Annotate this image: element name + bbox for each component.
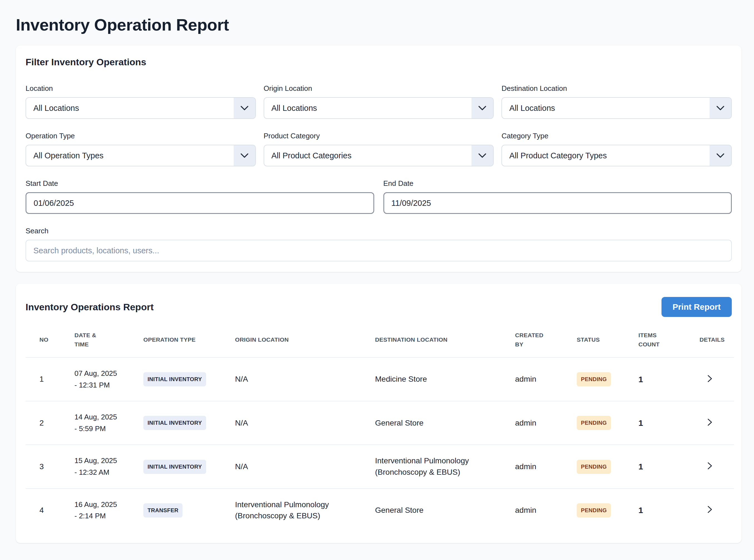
status-badge: PENDING bbox=[577, 372, 611, 386]
search-input[interactable] bbox=[25, 240, 732, 261]
row-number: 3 bbox=[25, 445, 70, 488]
row-details bbox=[695, 358, 734, 401]
report-card: Inventory Operations Report Print Report… bbox=[16, 284, 741, 543]
operation-type-badge: INITIAL INVENTORY bbox=[143, 372, 206, 386]
column-header-date-time: DATE & TIME bbox=[70, 324, 139, 358]
row-items-count: 1 bbox=[634, 358, 695, 401]
row-details-button[interactable] bbox=[706, 416, 714, 429]
operation-type-select-value: All Operation Types bbox=[26, 151, 234, 160]
row-origin: N/A bbox=[231, 445, 371, 488]
operation-type-badge: TRANSFER bbox=[143, 503, 182, 518]
category-type-select-value: All Product Category Types bbox=[502, 151, 710, 160]
row-status: PENDING bbox=[572, 358, 634, 401]
page-title: Inventory Operation Report bbox=[16, 15, 741, 35]
table-header-row: NO DATE & TIME OPERATION TYPE ORIGIN LOC… bbox=[25, 324, 734, 358]
row-status: PENDING bbox=[572, 488, 634, 532]
location-label: Location bbox=[25, 84, 256, 93]
row-datetime: 14 Aug, 2025 - 5:59 PM bbox=[70, 401, 139, 445]
column-header-items-count: ITEMS COUNT bbox=[634, 324, 695, 358]
row-destination: Interventional Pulmonology (Bronchoscopy… bbox=[371, 445, 511, 488]
row-origin: Interventional Pulmonology (Bronchoscopy… bbox=[231, 488, 371, 532]
operation-type-badge: INITIAL INVENTORY bbox=[143, 460, 206, 474]
chevron-right-icon bbox=[707, 375, 712, 384]
field-search: Search bbox=[25, 227, 732, 261]
row-details bbox=[695, 401, 734, 445]
column-header-destination-location: DESTINATION LOCATION bbox=[371, 324, 511, 358]
row-details-button[interactable] bbox=[706, 460, 714, 473]
filter-card-title: Filter Inventory Operations bbox=[25, 57, 732, 67]
chevron-down-icon bbox=[234, 145, 255, 166]
column-header-origin-location: ORIGIN LOCATION bbox=[231, 324, 371, 358]
product-category-select-value: All Product Categories bbox=[264, 151, 472, 160]
row-details-button[interactable] bbox=[706, 373, 714, 385]
operation-type-badge: INITIAL INVENTORY bbox=[143, 416, 206, 430]
row-items-count: 1 bbox=[634, 445, 695, 488]
end-date-label: End Date bbox=[383, 179, 732, 188]
column-header-status: STATUS bbox=[572, 324, 634, 358]
row-origin: N/A bbox=[231, 358, 371, 401]
table-row: 3 15 Aug, 2025 - 12:32 AM INITIAL INVENT… bbox=[25, 445, 734, 488]
row-datetime: 07 Aug, 2025 - 12:31 PM bbox=[70, 358, 139, 401]
product-category-select[interactable]: All Product Categories bbox=[264, 145, 494, 166]
row-destination: General Store bbox=[371, 488, 511, 532]
table-row: 1 07 Aug, 2025 - 12:31 PM INITIAL INVENT… bbox=[25, 358, 734, 401]
row-status: PENDING bbox=[572, 401, 634, 445]
row-created-by: admin bbox=[511, 401, 572, 445]
column-header-no: NO bbox=[25, 324, 70, 358]
row-created-by: admin bbox=[511, 488, 572, 532]
chevron-down-icon bbox=[472, 98, 493, 118]
origin-location-select-value: All Locations bbox=[264, 104, 472, 113]
row-number: 2 bbox=[25, 401, 70, 445]
destination-location-select[interactable]: All Locations bbox=[501, 97, 732, 119]
row-destination: General Store bbox=[371, 401, 511, 445]
report-card-header: Inventory Operations Report Print Report bbox=[25, 297, 732, 317]
row-created-by: admin bbox=[511, 358, 572, 401]
chevron-down-icon bbox=[710, 145, 731, 166]
category-type-select[interactable]: All Product Category Types bbox=[501, 145, 732, 166]
row-details-button[interactable] bbox=[706, 504, 714, 516]
chevron-right-icon bbox=[707, 505, 712, 515]
chevron-down-icon bbox=[472, 145, 493, 166]
row-datetime: 16 Aug, 2025 - 2:14 PM bbox=[70, 488, 139, 532]
chevron-down-icon bbox=[710, 98, 731, 118]
row-number: 4 bbox=[25, 488, 70, 532]
row-operation-type: INITIAL INVENTORY bbox=[139, 445, 231, 488]
field-origin-location: Origin Location All Locations bbox=[264, 84, 494, 119]
table-row: 2 14 Aug, 2025 - 5:59 PM INITIAL INVENTO… bbox=[25, 401, 734, 445]
filter-card: Filter Inventory Operations Location All… bbox=[16, 45, 741, 272]
product-category-label: Product Category bbox=[264, 132, 494, 140]
table-row: 4 16 Aug, 2025 - 2:14 PM TRANSFER Interv… bbox=[25, 488, 734, 532]
operation-type-select[interactable]: All Operation Types bbox=[25, 145, 256, 166]
origin-location-label: Origin Location bbox=[264, 84, 494, 93]
print-report-button[interactable]: Print Report bbox=[661, 297, 732, 317]
category-type-label: Category Type bbox=[501, 132, 732, 140]
field-destination-location: Destination Location All Locations bbox=[501, 84, 732, 119]
row-status: PENDING bbox=[572, 445, 634, 488]
row-created-by: admin bbox=[511, 445, 572, 488]
status-badge: PENDING bbox=[577, 460, 611, 474]
row-items-count: 1 bbox=[634, 488, 695, 532]
start-date-input[interactable] bbox=[25, 192, 374, 214]
field-product-category: Product Category All Product Categories bbox=[264, 132, 494, 166]
location-select[interactable]: All Locations bbox=[25, 97, 256, 119]
location-select-value: All Locations bbox=[26, 104, 234, 113]
chevron-right-icon bbox=[707, 418, 712, 427]
row-destination: Medicine Store bbox=[371, 358, 511, 401]
operations-table: NO DATE & TIME OPERATION TYPE ORIGIN LOC… bbox=[25, 324, 734, 532]
operation-type-label: Operation Type bbox=[25, 132, 256, 140]
chevron-right-icon bbox=[707, 462, 712, 471]
row-details bbox=[695, 488, 734, 532]
status-badge: PENDING bbox=[577, 503, 611, 518]
field-end-date: End Date bbox=[383, 179, 732, 214]
row-operation-type: INITIAL INVENTORY bbox=[139, 358, 231, 401]
field-category-type: Category Type All Product Category Types bbox=[501, 132, 732, 166]
row-operation-type: INITIAL INVENTORY bbox=[139, 401, 231, 445]
destination-location-select-value: All Locations bbox=[502, 104, 710, 113]
row-details bbox=[695, 445, 734, 488]
status-badge: PENDING bbox=[577, 416, 611, 430]
end-date-input[interactable] bbox=[383, 192, 732, 214]
search-label: Search bbox=[25, 227, 732, 235]
origin-location-select[interactable]: All Locations bbox=[264, 97, 494, 119]
filter-selects-grid: Location All Locations Origin Location A… bbox=[25, 84, 732, 166]
row-number: 1 bbox=[25, 358, 70, 401]
